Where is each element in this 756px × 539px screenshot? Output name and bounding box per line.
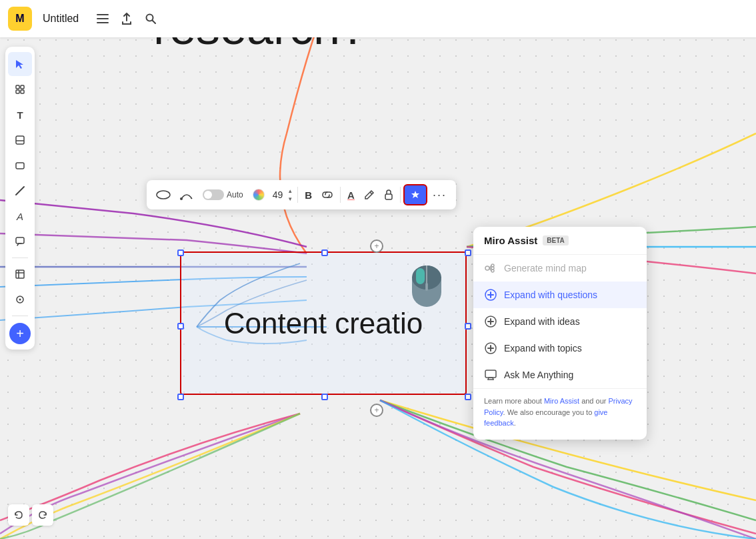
shape-tool[interactable] xyxy=(8,153,32,177)
font-size-value: 49 xyxy=(270,189,286,200)
expand-ideas-icon xyxy=(484,315,497,328)
svg-rect-4 xyxy=(97,14,109,15)
sel-handle-br[interactable] xyxy=(465,394,471,400)
sel-handle-tl[interactable] xyxy=(177,249,184,256)
miro-logo[interactable]: M xyxy=(8,7,32,31)
generate-mindmap-icon xyxy=(484,261,497,275)
assist-footer: Learn more about Miro Assist and our Pri… xyxy=(473,388,647,432)
ai-assist-button[interactable] xyxy=(403,184,427,205)
ask-anything-icon xyxy=(484,368,497,382)
bold-button[interactable]: B xyxy=(301,184,316,205)
toolbar-divider2 xyxy=(12,316,28,316)
frame-tool[interactable] xyxy=(8,77,32,101)
connection-button[interactable] xyxy=(176,184,197,205)
svg-rect-43 xyxy=(485,370,496,378)
sel-handle-mr[interactable] xyxy=(465,323,471,330)
undo-redo xyxy=(8,504,53,526)
assist-header: Miro Assist BETA xyxy=(473,235,647,255)
svg-point-22 xyxy=(19,299,21,301)
lock-button[interactable] xyxy=(380,184,397,205)
auto-toggle[interactable]: Auto xyxy=(199,184,247,205)
mouse-illustration xyxy=(407,259,447,312)
svg-rect-15 xyxy=(16,163,24,169)
sel-handle-bm[interactable] xyxy=(321,394,328,400)
expand-ideas-item[interactable]: Expand with ideas xyxy=(473,308,647,335)
text-color-button[interactable]: A xyxy=(343,184,359,205)
sel-handle-tr[interactable] xyxy=(465,249,471,256)
topbar-icons xyxy=(92,8,161,29)
svg-rect-13 xyxy=(16,136,24,144)
auto-label: Auto xyxy=(227,190,243,199)
comment-tool[interactable] xyxy=(8,229,32,253)
svg-line-8 xyxy=(153,21,156,24)
svg-rect-26 xyxy=(385,194,392,199)
left-toolbar: T A + xyxy=(5,47,35,350)
frame2-tool[interactable] xyxy=(8,262,32,286)
expand-questions-label: Expand with questions xyxy=(504,290,597,300)
topbar: M Untitled xyxy=(0,0,756,37)
expand-ideas-label: Expand with ideas xyxy=(504,316,580,327)
expand-questions-item[interactable]: Expand with questions xyxy=(473,282,647,308)
color-button[interactable] xyxy=(249,184,269,205)
svg-rect-17 xyxy=(16,237,24,243)
export-button[interactable] xyxy=(116,8,137,29)
font-size-control: 49 ▲ ▼ xyxy=(270,187,295,203)
svg-rect-9 xyxy=(16,85,19,89)
plugin-tool[interactable] xyxy=(8,288,32,312)
sticky-tool[interactable] xyxy=(8,128,32,152)
text2-tool[interactable]: A xyxy=(8,204,32,228)
font-size-down[interactable]: ▼ xyxy=(285,195,295,203)
plus-top[interactable]: + xyxy=(370,239,383,253)
ask-anything-item[interactable]: Ask Me Anything xyxy=(473,362,647,388)
svg-rect-12 xyxy=(21,90,24,93)
svg-rect-2 xyxy=(416,268,425,284)
font-size-up[interactable]: ▲ xyxy=(285,187,295,195)
svg-rect-3 xyxy=(425,283,428,291)
redo-button[interactable] xyxy=(32,504,53,526)
miro-assist-link[interactable]: Miro Assist xyxy=(544,397,579,405)
board-title[interactable]: Untitled xyxy=(37,10,84,27)
link-button[interactable] xyxy=(317,184,337,205)
footer-text-4: . xyxy=(514,419,516,427)
svg-point-23 xyxy=(157,191,170,199)
expand-topics-label: Expand with topics xyxy=(504,343,582,354)
search-button[interactable] xyxy=(140,8,161,29)
footer-text-1: Learn more about xyxy=(484,397,544,405)
text-tool[interactable]: T xyxy=(8,103,32,127)
toolbar-divider xyxy=(12,257,28,258)
toolbar-divider-2 xyxy=(340,187,341,203)
more-button[interactable]: ··· xyxy=(429,184,451,205)
expand-topics-item[interactable]: Expand with topics xyxy=(473,335,647,362)
pen-button[interactable] xyxy=(360,184,379,205)
miro-logo-icon: M xyxy=(8,7,32,31)
undo-button[interactable] xyxy=(8,504,29,526)
expand-questions-icon xyxy=(484,288,497,302)
sel-handle-ml[interactable] xyxy=(177,323,184,330)
font-size-stepper[interactable]: ▲ ▼ xyxy=(285,187,295,203)
svg-rect-10 xyxy=(21,85,24,89)
generate-mindmap-label: Generate mind map xyxy=(504,263,587,274)
sel-handle-bl[interactable] xyxy=(177,394,184,400)
toolbar-divider-3 xyxy=(400,187,401,203)
svg-line-16 xyxy=(16,187,24,195)
svg-rect-5 xyxy=(97,18,109,19)
svg-line-25 xyxy=(370,192,372,194)
beta-badge: BETA xyxy=(543,235,568,245)
svg-point-27 xyxy=(485,266,489,270)
footer-text-3: . We also encourage you to xyxy=(503,408,595,416)
select-tool[interactable] xyxy=(8,52,32,76)
assist-title: Miro Assist xyxy=(484,235,537,246)
ask-anything-label: Ask Me Anything xyxy=(504,370,573,380)
svg-rect-6 xyxy=(97,22,109,23)
expand-topics-icon xyxy=(484,342,497,355)
generate-mindmap-item[interactable]: Generate mind map xyxy=(473,255,647,282)
add-button[interactable]: + xyxy=(9,323,31,344)
svg-point-33 xyxy=(491,270,494,272)
assist-dropdown: Miro Assist BETA Generate mind map Expan… xyxy=(473,227,647,440)
line-tool[interactable] xyxy=(8,179,32,203)
menu-button[interactable] xyxy=(92,8,113,29)
plus-bottom[interactable]: + xyxy=(370,404,383,417)
svg-rect-18 xyxy=(16,270,24,278)
sel-handle-tm[interactable] xyxy=(321,249,328,256)
shape-button[interactable] xyxy=(152,184,175,205)
